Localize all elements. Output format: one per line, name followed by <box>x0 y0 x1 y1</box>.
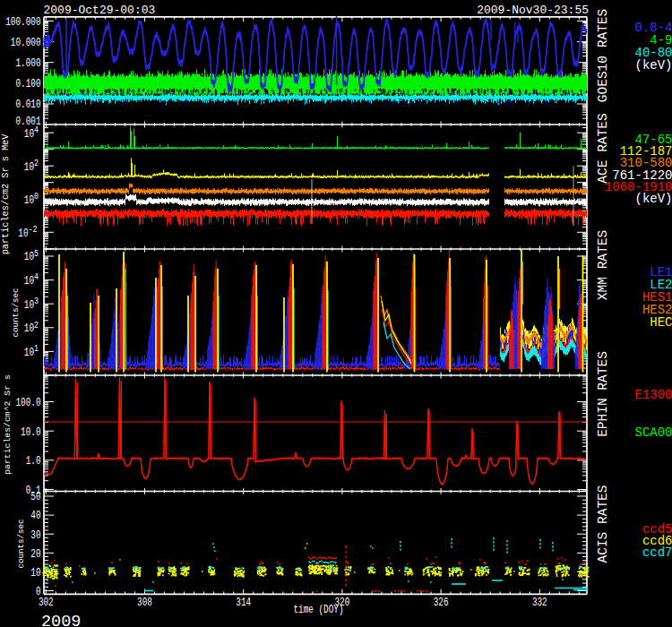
svg-text:10: 10 <box>24 346 34 358</box>
svg-text:particles/cm2 Sr s MeV: particles/cm2 Sr s MeV <box>1 133 11 254</box>
svg-text:40: 40 <box>30 510 40 522</box>
svg-text:E1300: E1300 <box>634 388 672 402</box>
svg-text:2009-Nov30-23:55: 2009-Nov30-23:55 <box>477 4 589 17</box>
svg-text:0: 0 <box>34 191 39 202</box>
svg-text:SCA00: SCA00 <box>634 425 672 440</box>
svg-text:10: 10 <box>24 127 34 140</box>
svg-text:10: 10 <box>24 322 34 335</box>
svg-text:ACIS RATES: ACIS RATES <box>596 485 610 563</box>
svg-text:10: 10 <box>24 251 34 263</box>
svg-text:2009: 2009 <box>41 613 81 627</box>
svg-text:particles/cm^2 Sr s: particles/cm^2 Sr s <box>3 374 13 475</box>
svg-text:4: 4 <box>34 125 39 136</box>
svg-text:ccd7: ccd7 <box>642 545 672 560</box>
svg-text:10: 10 <box>30 566 40 579</box>
svg-text:302: 302 <box>39 596 54 608</box>
svg-text:HEC: HEC <box>650 315 672 330</box>
svg-text:GOES10 RATES: GOES10 RATES <box>596 9 610 102</box>
svg-text:10: 10 <box>18 227 28 239</box>
svg-text:1.0: 1.0 <box>26 455 41 468</box>
svg-text:0.010: 0.010 <box>15 99 40 111</box>
svg-text:50: 50 <box>30 491 40 503</box>
svg-text:-2: -2 <box>29 224 38 236</box>
svg-text:332: 332 <box>532 596 547 608</box>
svg-text:100.000: 100.000 <box>5 15 40 28</box>
svg-text:counts/sec: counts/sec <box>16 519 26 568</box>
svg-text:10: 10 <box>24 193 34 206</box>
svg-text:326: 326 <box>434 596 449 608</box>
svg-text:2009-Oct29-00:03: 2009-Oct29-00:03 <box>44 4 156 17</box>
svg-text:ACE RATES: ACE RATES <box>596 113 610 183</box>
svg-text:5: 5 <box>34 248 39 260</box>
svg-text:4: 4 <box>34 271 39 283</box>
svg-text:(keV): (keV) <box>634 58 672 73</box>
svg-text:(keV): (keV) <box>634 192 672 206</box>
svg-text:0.100: 0.100 <box>15 78 40 90</box>
svg-text:1: 1 <box>34 343 39 355</box>
svg-text:10: 10 <box>24 298 34 311</box>
svg-text:20: 20 <box>30 547 40 560</box>
svg-text:10.000: 10.000 <box>11 37 41 49</box>
svg-text:10: 10 <box>24 275 34 288</box>
svg-text:308: 308 <box>137 596 152 608</box>
svg-text:100.0: 100.0 <box>15 396 40 408</box>
svg-text:314: 314 <box>236 596 251 608</box>
svg-text:EPHIN RATES: EPHIN RATES <box>596 351 610 437</box>
svg-text:2: 2 <box>34 319 39 331</box>
svg-text:2: 2 <box>34 158 39 169</box>
svg-text:XMM RATES: XMM RATES <box>596 230 610 300</box>
svg-text:10: 10 <box>24 160 34 173</box>
svg-text:counts/sec: counts/sec <box>11 288 21 337</box>
svg-text:10.0: 10.0 <box>21 425 41 438</box>
svg-text:1.000: 1.000 <box>15 57 40 70</box>
svg-text:time (DOY): time (DOY) <box>293 603 343 615</box>
svg-text:3: 3 <box>34 296 39 307</box>
svg-text:30: 30 <box>30 528 40 541</box>
